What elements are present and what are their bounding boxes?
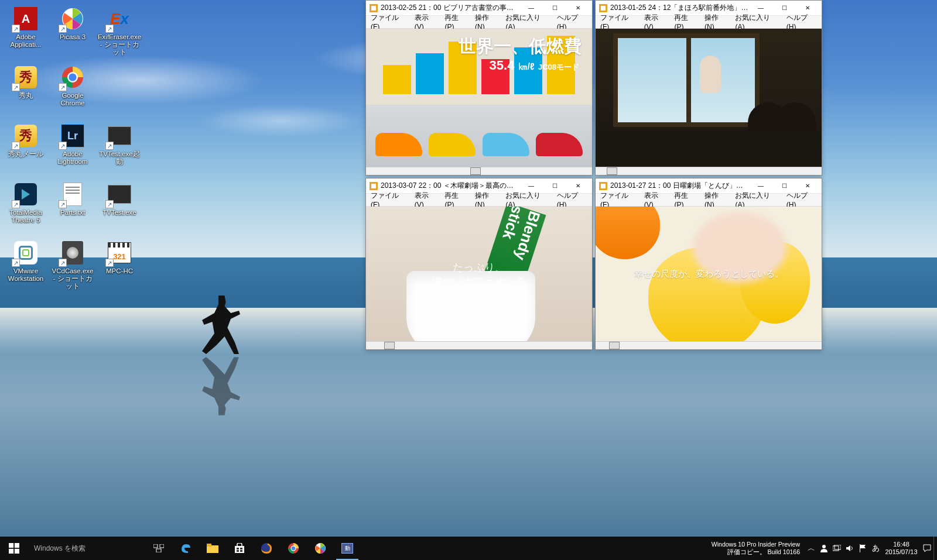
svg-rect-16	[237, 550, 239, 552]
desktop-icon-mpc-hc[interactable]: 321↗MPC-HC	[96, 236, 143, 295]
desktop-icon-tvtest-launch[interactable]: ↗TVTest.exe起動	[96, 119, 143, 178]
svg-rect-8	[153, 544, 158, 548]
ad-copy: たっぷり、濃〜いカフェオレを	[432, 260, 526, 288]
hidemaru-mail-icon: 秀↗	[13, 123, 39, 149]
seekbar[interactable]	[366, 341, 592, 349]
shortcut-arrow-icon: ↗	[12, 200, 20, 208]
menubar: ファイル(F) 表示(V) 再生(P) 操作(N) お気に入り(A) ヘルプ(H…	[366, 16, 592, 29]
exif-eraser-icon: Ex↗	[107, 6, 132, 32]
desktop-icon-totalmedia[interactable]: ↗TotalMedia Theatre 5	[2, 178, 49, 236]
icon-label: VCdCase.exe - ショートカット	[50, 267, 95, 291]
svg-rect-13	[235, 546, 244, 553]
svg-point-21	[292, 547, 296, 551]
firefox-button[interactable]	[253, 537, 280, 560]
svg-point-3	[69, 73, 76, 81]
video-area[interactable]	[596, 29, 822, 167]
explorer-button[interactable]	[199, 537, 226, 560]
lightroom-icon: Lr↗	[60, 123, 86, 149]
icon-label: Parts.txt	[60, 209, 85, 217]
shortcut-arrow-icon: ↗	[105, 25, 114, 33]
video-area[interactable]: Blendy stick たっぷり、濃〜いカフェオレを	[366, 207, 592, 341]
shortcut-arrow-icon: ↗	[59, 83, 67, 91]
svg-rect-26	[860, 544, 860, 552]
desktop-icon-lightroom[interactable]: Lr↗Adobe Lightroom	[49, 119, 96, 178]
ime-indicator[interactable]: あ	[869, 537, 882, 560]
parts-txt-icon: ↗	[60, 181, 86, 207]
icon-label: Picasa 3	[60, 33, 86, 41]
start-button[interactable]	[0, 537, 28, 560]
vmware-icon: ↗	[13, 240, 39, 266]
adobe-app-icon: A↗	[13, 6, 39, 32]
desktop-icon-vmware[interactable]: ↗VMware Workstation	[2, 236, 49, 295]
menubar: ファイル(F) 表示(V) 再生(P) 操作(N) お気に入り(A) ヘルプ(H…	[366, 194, 592, 207]
chrome-icon: ↗	[60, 64, 86, 90]
store-button[interactable]	[226, 537, 253, 560]
icon-label: ExifEraser.exe - ショートカット	[97, 33, 142, 57]
icon-label: Google Chrome	[50, 92, 95, 107]
chrome-button[interactable]	[280, 537, 307, 560]
caption: 幸せの尺度が、変わろうとしている。	[634, 269, 784, 280]
desktop-icon-vcdcase[interactable]: ↗VCdCase.exe - ショートカット	[49, 236, 96, 295]
icon-label: MPC-HC	[106, 267, 133, 275]
ad-headline: 世界一、低燃費	[459, 35, 582, 59]
tvtest-button[interactable]: 動	[334, 537, 361, 560]
picasa-icon: ↗	[60, 6, 86, 32]
player-window-1[interactable]: 2013-02-25 21：00 ビブリア古書堂の事件手帖 ＃０７.ts — ☐…	[365, 0, 593, 176]
shortcut-arrow-icon: ↗	[59, 25, 67, 33]
desktop-icon-adobe-app[interactable]: A↗Adobe Applicati...	[2, 2, 49, 61]
shortcut-arrow-icon: ↗	[105, 259, 114, 267]
svg-rect-15	[240, 548, 242, 549]
tray-flag-icon[interactable]	[856, 537, 869, 560]
icon-label: Adobe Applicati...	[4, 33, 48, 49]
shortcut-arrow-icon: ↗	[105, 142, 114, 150]
desktop-icon-picasa[interactable]: ↗Picasa 3	[49, 2, 96, 61]
svg-rect-6	[9, 549, 13, 554]
icon-label: 秀丸	[19, 92, 33, 99]
desktop-icon-hidemaru-mail[interactable]: 秀↗秀丸メール	[2, 119, 49, 178]
desktop-icon-parts-txt[interactable]: ↗Parts.txt	[49, 178, 96, 236]
seekbar[interactable]	[596, 341, 822, 349]
system-tray: Windows 10 Pro Insider Preview 評価コピー。 Bu…	[707, 537, 937, 560]
window-title: 2013-01-25 24：12「まほろ駅前番外地」第３話 ドラマ２４第３...	[610, 3, 749, 13]
desktop-icon-hidemaru[interactable]: 秀↗秀丸	[2, 61, 49, 119]
svg-point-23	[822, 545, 826, 548]
picasa-button[interactable]	[307, 537, 334, 560]
menubar: ファイル(F) 表示(V) 再生(P) 操作(N) お気に入り(A) ヘルプ(H…	[596, 16, 822, 29]
tray-chevron-icon[interactable]: ︿	[805, 537, 818, 560]
seekbar[interactable]	[596, 167, 822, 175]
seekbar[interactable]	[366, 167, 592, 175]
search-box[interactable]: Windows を検索	[28, 537, 145, 560]
tray-volume-icon[interactable]	[843, 537, 856, 560]
window-title: 2013-03-07 22：00 ＜木曜劇場＞最高の離婚 ＃０９.ts	[381, 181, 519, 191]
shortcut-arrow-icon: ↗	[12, 259, 20, 267]
player-window-4[interactable]: 2013-01-27 21：00 日曜劇場「とんび」 第３話.ts — ☐ ✕ …	[595, 178, 822, 350]
task-view-button[interactable]	[145, 537, 172, 560]
video-area[interactable]: 幸せの尺度が、変わろうとしている。	[596, 207, 822, 341]
edge-button[interactable]	[172, 537, 199, 560]
tray-people-icon[interactable]	[818, 537, 830, 560]
window-title: 2013-01-27 21：00 日曜劇場「とんび」 第３話.ts	[610, 181, 749, 191]
svg-rect-25	[835, 545, 841, 549]
show-desktop-button[interactable]	[933, 537, 937, 560]
svg-rect-24	[833, 546, 839, 551]
tray-network-icon[interactable]	[830, 537, 843, 560]
player-window-3[interactable]: 2013-03-07 22：00 ＜木曜劇場＞最高の離婚 ＃０９.ts — ☐ …	[365, 178, 593, 350]
desktop-icon-exif-eraser[interactable]: Ex↗ExifEraser.exe - ショートカット	[96, 2, 143, 61]
svg-rect-17	[240, 550, 242, 552]
icon-label: 秀丸メール	[8, 150, 43, 158]
svg-rect-9	[160, 544, 164, 548]
video-area[interactable]: 世界一、低燃費 35.4 ㎞/ℓ JC08モード	[366, 29, 592, 167]
player-window-2[interactable]: 2013-01-25 24：12「まほろ駅前番外地」第３話 ドラマ２４第３...…	[595, 0, 822, 176]
icon-label: TotalMedia Theatre 5	[4, 209, 48, 224]
desktop-icon-tvtest[interactable]: ↗TVTest.exe	[96, 178, 143, 236]
mpc-hc-icon: 321↗	[107, 240, 132, 266]
icon-label: Adobe Lightroom	[50, 150, 95, 166]
taskbar: Windows を検索 動 Windows 10 Pro Insider Pre…	[0, 537, 937, 560]
app-icon	[599, 4, 607, 12]
shortcut-arrow-icon: ↗	[59, 142, 67, 150]
action-center-icon[interactable]	[921, 537, 933, 560]
shortcut-arrow-icon: ↗	[105, 200, 114, 208]
clock[interactable]: 16:482015/07/13	[882, 541, 921, 556]
desktop-icon-chrome[interactable]: ↗Google Chrome	[49, 61, 96, 119]
svg-rect-4	[9, 543, 13, 548]
